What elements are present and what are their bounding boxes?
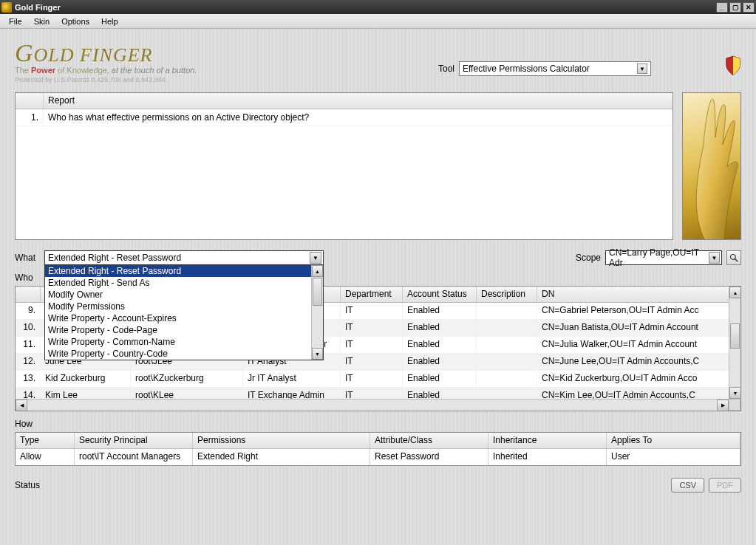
- patent-notice: Protected by U.S Patents 8,429,708 and 8…: [15, 76, 438, 83]
- pdf-button[interactable]: PDF: [709, 478, 741, 493]
- how-col-sp[interactable]: Security Principal: [75, 433, 193, 448]
- who-cell-dept: IT: [341, 371, 403, 387]
- status-label: Status: [15, 480, 667, 490]
- maximize-button[interactable]: ▢: [729, 2, 741, 13]
- how-col-type[interactable]: Type: [16, 433, 75, 448]
- what-option[interactable]: Extended Right - Reset Password: [45, 265, 323, 277]
- who-cell-desc: [477, 354, 537, 370]
- who-cell-title: Jr IT Analyst: [243, 371, 341, 387]
- what-option[interactable]: Write Property - Code-Page: [45, 324, 323, 336]
- who-cell-dn: CN=Gabriel Peterson,OU=IT Admin Acc: [537, 303, 740, 319]
- how-cell-type: Allow: [16, 449, 75, 465]
- scroll-right-icon[interactable]: ▶: [717, 400, 729, 411]
- brand-block: GOLD FINGER The Power of Knowledge, at t…: [15, 39, 438, 83]
- how-cell-app: User: [607, 449, 740, 465]
- who-cell-desc: [477, 303, 537, 319]
- who-col-dept[interactable]: Department: [341, 287, 403, 302]
- gold-hand-image: [682, 92, 741, 240]
- scroll-up-icon[interactable]: ▲: [729, 287, 741, 298]
- scroll-down-icon[interactable]: ▼: [729, 387, 741, 399]
- who-cell-acct: root\KZuckerburg: [131, 371, 243, 387]
- report-row-number: 1.: [16, 109, 44, 126]
- menu-skin[interactable]: Skin: [28, 16, 55, 27]
- app-icon: [1, 2, 12, 13]
- how-col-attr[interactable]: Attribute/Class: [370, 433, 488, 448]
- scroll-corner: [729, 399, 740, 411]
- report-col-number: [16, 93, 44, 109]
- who-col-num[interactable]: [16, 287, 41, 302]
- tool-select[interactable]: Effective Permissions Calculator ▼: [459, 61, 651, 76]
- search-button[interactable]: [726, 250, 741, 265]
- svg-point-0: [731, 255, 736, 260]
- titlebar: Gold Finger _ ▢ ✕: [0, 0, 756, 14]
- what-option[interactable]: Modify Owner: [45, 289, 323, 301]
- chevron-down-icon[interactable]: ▼: [709, 252, 720, 264]
- how-col-inh[interactable]: Inheritance: [488, 433, 607, 448]
- who-cell-dn: CN=Julia Walker,OU=IT Admin Account: [537, 337, 740, 353]
- report-col-report: Report: [44, 93, 672, 109]
- menu-help[interactable]: Help: [95, 16, 124, 27]
- csv-button[interactable]: CSV: [671, 478, 704, 493]
- what-option[interactable]: Write Property - Account-Expires: [45, 312, 323, 324]
- chevron-down-icon[interactable]: ▼: [310, 252, 321, 264]
- who-cell-stat: Enabled: [403, 320, 477, 336]
- scroll-thumb[interactable]: [730, 323, 740, 349]
- who-cell-n: 12.: [16, 354, 41, 370]
- who-horizontal-scrollbar[interactable]: ◀ ▶: [16, 399, 740, 411]
- who-cell-n: 10.: [16, 320, 41, 336]
- dropdown-scrollbar[interactable]: ▲ ▼: [311, 265, 323, 360]
- how-col-app[interactable]: Applies To: [607, 433, 740, 448]
- scroll-down-icon[interactable]: ▼: [312, 348, 323, 360]
- minimize-button[interactable]: _: [716, 2, 728, 13]
- who-col-desc[interactable]: Description: [477, 287, 537, 302]
- who-cell-stat: Enabled: [403, 354, 477, 370]
- what-option[interactable]: Write Property - Common-Name: [45, 336, 323, 348]
- scroll-left-icon[interactable]: ◀: [16, 400, 27, 411]
- table-row[interactable]: 13.Kid Zuckerburgroot\KZuckerburgJr IT A…: [16, 371, 740, 388]
- how-cell-inh: Inherited: [488, 449, 607, 465]
- what-combo[interactable]: Extended Right - Reset Password ▼: [44, 250, 324, 265]
- window-title: Gold Finger: [15, 3, 61, 12]
- menu-options[interactable]: Options: [55, 16, 95, 27]
- menubar: File Skin Options Help: [0, 14, 756, 29]
- how-cell-perm: Extended Right: [193, 449, 370, 465]
- who-cell-name: Kid Zuckerburg: [41, 371, 131, 387]
- brand-tagline: The Power of Knowledge, at the touch of …: [15, 66, 438, 75]
- what-option[interactable]: Extended Right - Send As: [45, 277, 323, 289]
- scope-label: Scope: [576, 253, 601, 263]
- scroll-up-icon[interactable]: ▲: [312, 265, 323, 277]
- report-row-text: Who has what effective permissions on an…: [44, 109, 672, 126]
- who-cell-dn: CN=June Lee,OU=IT Admin Accounts,C: [537, 354, 740, 370]
- chevron-down-icon[interactable]: ▼: [637, 64, 647, 74]
- who-cell-n: 13.: [16, 371, 41, 387]
- who-cell-dept: IT: [341, 320, 403, 336]
- scope-combo[interactable]: CN=Larry Page,OU=IT Adr ▼: [605, 250, 722, 265]
- how-col-perm[interactable]: Permissions: [193, 433, 370, 448]
- who-cell-dn: CN=Kid Zuckerburg,OU=IT Admin Acco: [537, 371, 740, 387]
- who-col-stat[interactable]: Account Status: [403, 287, 477, 302]
- who-cell-desc: [477, 371, 537, 387]
- report-grid: Report 1. Who has what effective permiss…: [15, 92, 673, 240]
- who-cell-desc: [477, 320, 537, 336]
- how-table: Type Security Principal Permissions Attr…: [15, 432, 741, 466]
- who-cell-stat: Enabled: [403, 303, 477, 319]
- how-cell-attr: Reset Password: [370, 449, 488, 465]
- tool-label: Tool: [438, 64, 454, 74]
- report-row[interactable]: 1. Who has what effective permissions on…: [16, 109, 672, 126]
- what-option[interactable]: Write Property - Country-Code: [45, 348, 323, 360]
- close-button[interactable]: ✕: [743, 2, 755, 13]
- what-label: What: [15, 253, 40, 263]
- how-row[interactable]: Allow root\IT Account Managers Extended …: [16, 449, 740, 465]
- what-option[interactable]: Modify Permissions: [45, 301, 323, 312]
- who-col-dn[interactable]: DN: [537, 287, 740, 302]
- menu-file[interactable]: File: [3, 16, 28, 27]
- who-vertical-scrollbar[interactable]: ▲ ▼: [729, 287, 740, 399]
- scope-combo-value: CN=Larry Page,OU=IT Adr: [609, 247, 709, 268]
- tool-select-value: Effective Permissions Calculator: [463, 64, 590, 74]
- scroll-thumb[interactable]: [313, 278, 322, 306]
- svg-line-1: [735, 259, 738, 262]
- who-cell-desc: [477, 337, 537, 353]
- who-cell-dept: IT: [341, 354, 403, 370]
- who-cell-stat: Enabled: [403, 337, 477, 353]
- what-dropdown[interactable]: Extended Right - Reset Password Extended…: [44, 264, 324, 360]
